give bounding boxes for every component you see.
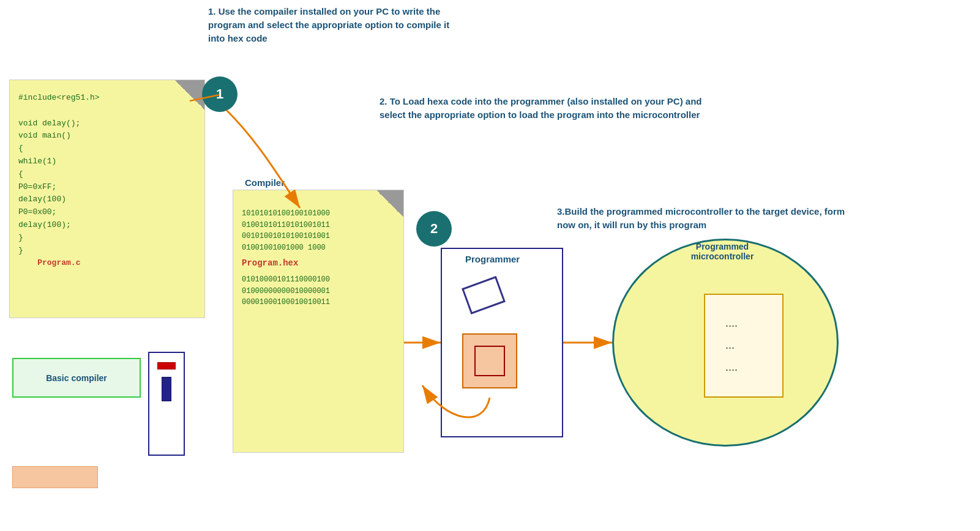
paper-curl-hex [370, 190, 403, 224]
code-line-8: P0=0xFF; [18, 182, 56, 191]
hex-line-6: 01000000000010000001 [242, 287, 330, 295]
compiler-label: Compiler [245, 177, 285, 188]
badge-1: 1 [202, 76, 238, 112]
hex-line-7: 00001000100010010011 [242, 298, 330, 306]
badge-2: 2 [416, 211, 452, 247]
hex-line-4: 01001001001000 1000 [242, 243, 326, 252]
memory-dots-2: ... [725, 334, 738, 356]
chip-inner [474, 346, 505, 376]
badge-1-number: 1 [216, 86, 223, 102]
source-code-text: #include<reg51.h> void delay(); void mai… [18, 92, 100, 270]
step2-instruction: 2. To Load hexa code into the programmer… [380, 95, 704, 122]
memory-dots-1: .... [725, 312, 738, 334]
paper-curl-source [168, 80, 204, 117]
programmer-label: Programmer [465, 254, 520, 264]
step3-instruction: 3.Build the programmed microcontroller t… [557, 205, 851, 232]
hex-code-text: 10101010100100101000 0100101011010100101… [242, 208, 330, 308]
source-filename: Program.c [37, 258, 80, 267]
micro-label: Programmed microcontroller [655, 242, 790, 261]
basic-compiler-label: Basic compiler [46, 373, 107, 383]
hex-line-3: 00101001010100101001 [242, 232, 330, 240]
memory-block [704, 294, 784, 398]
badge-2-number: 2 [430, 221, 438, 237]
orange-rectangle [12, 466, 98, 488]
micro-label-text: Programmed microcontroller [691, 242, 754, 261]
code-line-5: { [18, 144, 23, 153]
code-line-12: } [18, 233, 23, 242]
basic-compiler-box: Basic compiler [12, 358, 141, 398]
usb-red-indicator [157, 362, 176, 369]
code-line-7: { [18, 169, 23, 179]
hex-filename: Program.hex [242, 257, 330, 270]
hex-line-2: 01001010110101001011 [242, 221, 330, 229]
code-line-4: void main() [18, 131, 71, 140]
code-line-9: delay(100) [18, 195, 66, 204]
code-line-10: P0=0x00; [18, 207, 56, 217]
hex-line-1: 10101010100100101000 [242, 209, 330, 218]
code-line-13: } [18, 246, 23, 255]
memory-dots: .... ... .... [725, 312, 738, 378]
hex-line-5: 01010000101110000100 [242, 275, 330, 284]
usb-blue-body [162, 377, 171, 401]
code-line-1: #include<reg51.h> [18, 93, 100, 102]
code-line-11: delay(100); [18, 220, 71, 229]
code-line-3: void delay(); [18, 119, 80, 128]
memory-dots-3: .... [725, 356, 738, 378]
step1-instruction: 1. Use the compailer installed on your P… [208, 5, 453, 45]
usb-stick [148, 352, 185, 456]
code-line-6: while(1) [18, 157, 56, 166]
